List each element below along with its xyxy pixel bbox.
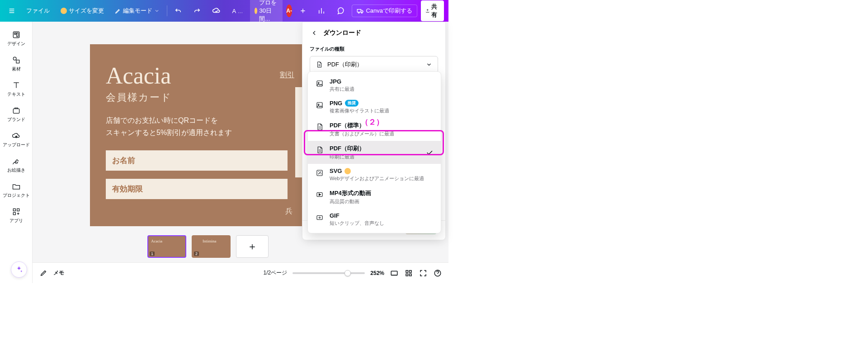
- svg-rect-18: [317, 81, 322, 86]
- recommended-badge: 推奨: [345, 100, 359, 107]
- add-button[interactable]: [296, 5, 310, 16]
- svg-rect-16: [410, 274, 412, 276]
- card-description[interactable]: 店舗でのお支払い時にQRコードをスキャンすると5%割引が適用されます: [106, 114, 288, 139]
- svg-rect-15: [406, 274, 408, 276]
- truck-icon: [357, 7, 364, 14]
- print-with-canva-button[interactable]: Canvaで印刷する: [352, 5, 417, 17]
- sidebar-item-elements[interactable]: 素材: [0, 52, 32, 75]
- grid-view-icon[interactable]: [404, 269, 413, 278]
- upload-icon: [425, 8, 429, 14]
- back-button[interactable]: [310, 28, 319, 37]
- top-toolbar: ファイル サイズを変更 編集モード A ... プロを30日間... A- Ca…: [0, 0, 448, 22]
- sidebar-item-apps[interactable]: アプリ: [0, 204, 32, 227]
- bottom-bar: メモ 1/2ページ 252%: [33, 262, 448, 283]
- gif-icon: [315, 213, 324, 222]
- file-icon: [315, 145, 324, 154]
- svg-rect-12: [391, 271, 397, 275]
- avatar[interactable]: A-: [286, 5, 292, 17]
- svg-point-19: [318, 82, 319, 83]
- discount-label[interactable]: 割引: [280, 70, 294, 80]
- card-footer-right[interactable]: 兵: [285, 207, 292, 216]
- filetype-label: ファイルの種類: [310, 46, 438, 52]
- thumbnail-page-2[interactable]: Intimina 2: [192, 235, 231, 258]
- template-icon: [11, 30, 21, 40]
- image-icon: [315, 101, 324, 110]
- sidebar-item-text[interactable]: テキスト: [0, 78, 32, 100]
- fullscreen-icon[interactable]: [419, 269, 428, 278]
- option-mp4[interactable]: MP4形式の動画高品質の動画: [308, 186, 441, 209]
- draw-icon: [11, 156, 21, 166]
- sidebar-item-design[interactable]: デザイン: [0, 27, 32, 50]
- thumb-brand: Acacia: [151, 239, 162, 243]
- page-thumbnails: Acacia 1 Intimina 2 ＋: [147, 235, 269, 258]
- pencil-icon: [115, 8, 121, 14]
- sidebar-item-draw[interactable]: お絵描き: [0, 154, 32, 176]
- add-page-button[interactable]: ＋: [236, 235, 269, 258]
- filetype-dropdown: JPG共有に最適 PNG推奨複素画像やイラストに最適 PDF（標準）文書（および…: [307, 71, 441, 233]
- svg-rect-24: [317, 216, 322, 220]
- svg-point-1: [359, 12, 360, 14]
- file-menu[interactable]: ファイル: [23, 5, 53, 17]
- svg-rect-4: [14, 33, 15, 34]
- help-icon[interactable]: [433, 269, 442, 278]
- option-png[interactable]: PNG推奨複素画像やイラストに最適: [308, 96, 441, 118]
- folder-icon: [11, 182, 21, 191]
- svg-rect-10: [17, 209, 19, 211]
- undo-button[interactable]: [170, 5, 186, 17]
- zoom-slider[interactable]: [292, 272, 365, 274]
- selected-filetype: PDF（印刷）: [327, 60, 363, 69]
- panel-title: ダウンロード: [323, 29, 361, 37]
- resize-button[interactable]: サイズを変更: [57, 5, 108, 17]
- shapes-icon: [11, 55, 21, 65]
- sidebar-item-brand[interactable]: ブランド: [0, 103, 32, 126]
- design-card[interactable]: Acacia 会員様カード 店舗でのお支払い時にQRコードをスキャンすると5%割…: [90, 44, 303, 226]
- sidebar-item-projects[interactable]: プロジェクト: [0, 179, 32, 201]
- analytics-button[interactable]: [314, 5, 329, 17]
- option-jpg[interactable]: JPG共有に最適: [308, 74, 441, 96]
- svg-icon: [315, 168, 324, 177]
- svg-point-25: [319, 217, 321, 219]
- cloud-sync-icon[interactable]: [208, 5, 225, 17]
- magic-button[interactable]: [11, 261, 27, 278]
- document-name[interactable]: A ...: [228, 6, 246, 16]
- pro-trial-button[interactable]: プロを30日間...: [250, 0, 283, 25]
- card-brand[interactable]: Acacia: [106, 62, 288, 89]
- thumb-brand: Intimina: [203, 239, 217, 243]
- memo-icon[interactable]: [39, 269, 48, 278]
- svg-rect-13: [406, 270, 408, 273]
- svg-rect-9: [13, 209, 15, 211]
- option-pdf-print[interactable]: PDF（印刷）印刷に最適: [308, 141, 441, 164]
- svg-rect-7: [16, 60, 19, 63]
- svg-rect-5: [16, 33, 18, 37]
- sparkle-icon: [15, 265, 23, 274]
- edit-mode-button[interactable]: 編集モード: [111, 5, 163, 17]
- annotation-label: （２）: [361, 117, 384, 127]
- svg-rect-14: [410, 270, 412, 273]
- thumbnail-page-1[interactable]: Acacia 1: [147, 235, 186, 258]
- check-icon: [425, 149, 434, 157]
- card-subtitle[interactable]: 会員様カード: [106, 91, 288, 104]
- apps-icon: [11, 207, 21, 217]
- page-number: 1: [150, 251, 155, 256]
- expiry-field[interactable]: 有効期限: [106, 179, 288, 199]
- share-button[interactable]: 共有: [421, 0, 444, 21]
- svg-rect-0: [358, 9, 361, 12]
- comment-button[interactable]: [333, 5, 348, 17]
- svg-rect-11: [13, 213, 15, 215]
- svg-point-21: [318, 104, 319, 105]
- crown-icon: [61, 8, 67, 14]
- name-field[interactable]: お名前: [106, 150, 288, 171]
- svg-rect-20: [317, 102, 322, 108]
- filetype-select[interactable]: PDF（印刷）: [310, 56, 438, 73]
- sidebar-item-upload[interactable]: アップロード: [0, 128, 32, 151]
- option-gif[interactable]: GIF短いクリップ、音声なし: [308, 209, 441, 230]
- file-icon: [315, 122, 324, 131]
- pro-badge-icon: [344, 168, 351, 174]
- view-pages-icon[interactable]: [390, 269, 399, 278]
- redo-button[interactable]: [189, 5, 205, 17]
- option-svg[interactable]: SVGWebデザインおよびアニメーションに最適: [308, 164, 441, 186]
- memo-label[interactable]: メモ: [53, 269, 64, 277]
- page-number: 2: [194, 251, 199, 256]
- menu-button[interactable]: [5, 4, 19, 18]
- slider-knob[interactable]: [344, 270, 351, 276]
